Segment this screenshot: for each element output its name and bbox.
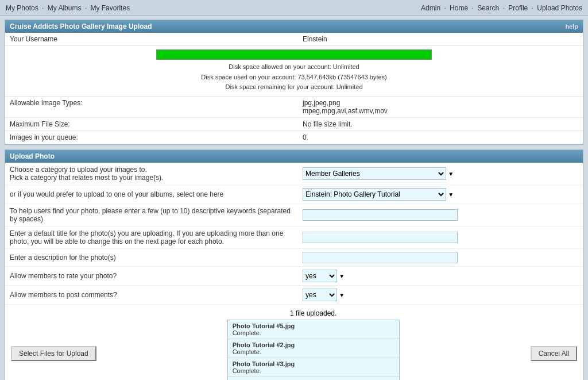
rate-select[interactable]: yes no: [303, 270, 337, 282]
nav-left: My Photos · My Albums · My Favorites: [6, 4, 130, 12]
progress-cell: Disk space allowed on your account: Unli…: [5, 46, 583, 97]
info-panel: Cruise Addicts Photo Gallery Image Uploa…: [5, 20, 583, 145]
progress-bar-outer: [156, 49, 432, 60]
help-link[interactable]: help: [565, 23, 578, 30]
max-file-size-row: Maximum File Size: No file size limit.: [5, 117, 583, 130]
cancel-wrapper: Cancel All: [531, 346, 577, 361]
nav-home[interactable]: Home: [450, 4, 468, 12]
images-queue-value: 0: [298, 130, 583, 144]
allowable-types-value: jpg,jpeg,png mpeg,mpg,avi,asf,wmv,mov: [298, 96, 583, 117]
category-dropdown-icon[interactable]: ▼: [448, 171, 454, 177]
file-item: Photo Tutorial #3.jpgComplete.: [228, 358, 399, 377]
album-cell: Einstein: Photo Gallery Tutorial Album 2…: [298, 185, 583, 204]
info-table: Your Username Einstein Disk space allowe…: [5, 33, 583, 144]
nav-profile[interactable]: Profile: [508, 4, 528, 12]
upload-area: Select Files for Upload 1 file uploaded.…: [5, 305, 583, 380]
file-name: Photo Tutorial #5.jpg: [233, 323, 394, 329]
nav-my-photos[interactable]: My Photos: [6, 4, 38, 12]
file-status: Complete.: [233, 348, 394, 355]
description-cell: [298, 248, 583, 266]
album-dropdown-icon[interactable]: ▼: [448, 191, 454, 198]
file-list-container: Photo Tutorial #5.jpgComplete.Photo Tuto…: [227, 320, 400, 380]
allowable-types-row: Allowable Image Types: jpg,jpeg,png mpeg…: [5, 96, 583, 117]
select-files-button[interactable]: Select Files for Upload: [11, 346, 96, 361]
disk-info-text: Disk space allowed on your account: Unli…: [10, 62, 578, 93]
keywords-row: To help users find your photo, please en…: [5, 204, 583, 226]
keywords-input[interactable]: [303, 209, 458, 221]
info-panel-header: Cruise Addicts Photo Gallery Image Uploa…: [5, 20, 583, 33]
max-file-size-label: Maximum File Size:: [5, 117, 298, 130]
disk-remaining: Disk space remaining for your account: U…: [225, 83, 362, 90]
category-select[interactable]: Member Galleries Featured Galleries: [303, 167, 446, 180]
album-select[interactable]: Einstein: Photo Gallery Tutorial Album 2: [303, 188, 446, 201]
comments-dropdown-icon[interactable]: ▼: [339, 292, 345, 298]
allowable-types-label: Allowable Image Types:: [5, 96, 298, 117]
comments-select[interactable]: yes no: [303, 289, 337, 301]
title-row: Enter a default title for the photo(s) y…: [5, 226, 583, 248]
nav-right: Admin · Home · Search · Profile · Upload…: [421, 4, 582, 12]
file-name: Photo Tutorial #3.jpg: [233, 360, 394, 367]
file-item: Photo Tutorial #5.jpgComplete.: [228, 320, 399, 339]
main-content: Cruise Addicts Photo Gallery Image Uploa…: [0, 16, 588, 380]
file-list: Photo Tutorial #5.jpgComplete.Photo Tuto…: [227, 320, 400, 380]
description-input[interactable]: [303, 252, 458, 263]
comments-label: Allow members to post comments?: [5, 285, 298, 304]
upload-status: 1 file uploaded.: [290, 309, 336, 317]
nav-admin[interactable]: Admin: [421, 4, 440, 12]
disk-used: Disk space used on your account: 73,547,…: [201, 74, 387, 80]
file-item: Photo Tutorial #4.jpgUploading...: [228, 377, 399, 380]
upload-buttons-row: Select Files for Upload 1 file uploaded.…: [11, 309, 577, 380]
username-label: Your Username: [5, 33, 298, 46]
rate-label: Allow members to rate your photo?: [5, 266, 298, 285]
comments-row: Allow members to post comments? yes no ▼: [5, 285, 583, 304]
file-status: Complete.: [233, 367, 394, 374]
images-queue-label: Images in your queue:: [5, 130, 298, 144]
username-value: Einstein: [298, 33, 583, 46]
keywords-cell: [298, 204, 583, 226]
category-label: Choose a category to upload your images …: [5, 163, 298, 185]
username-row: Your Username Einstein: [5, 33, 583, 46]
info-panel-title: Cruise Addicts Photo Gallery Image Uploa…: [10, 22, 152, 30]
album-row: or if you would prefer to upload to one …: [5, 185, 583, 204]
category-cell: Member Galleries Featured Galleries ▼: [298, 163, 583, 185]
top-navigation: My Photos · My Albums · My Favorites Adm…: [0, 0, 588, 16]
description-row: Enter a description for the photo(s): [5, 248, 583, 266]
max-file-size-value: No file size limit.: [298, 117, 583, 130]
status-and-cancel: 1 file uploaded. Photo Tutorial #5.jpgCo…: [96, 309, 531, 380]
rate-cell: yes no ▼: [298, 266, 583, 285]
title-input[interactable]: [303, 232, 458, 243]
title-label: Enter a default title for the photo(s) y…: [5, 226, 298, 248]
keywords-label: To help users find your photo, please en…: [5, 204, 298, 226]
nav-my-albums[interactable]: My Albums: [48, 4, 82, 12]
upload-panel-header: Upload Photo: [5, 150, 583, 163]
cancel-all-button[interactable]: Cancel All: [531, 346, 577, 361]
nav-search[interactable]: Search: [477, 4, 499, 12]
category-row: Choose a category to upload your images …: [5, 163, 583, 185]
progress-bar-inner: [157, 50, 431, 59]
disk-allowed: Disk space allowed on your account: Unli…: [229, 63, 359, 70]
upload-form-table: Choose a category to upload your images …: [5, 163, 583, 305]
rate-dropdown-icon[interactable]: ▼: [339, 273, 345, 279]
file-item: Photo Tutorial #2.jpgComplete.: [228, 339, 399, 358]
upload-panel: Upload Photo Choose a category to upload…: [5, 149, 583, 380]
upload-panel-title: Upload Photo: [10, 152, 55, 160]
rate-row: Allow members to rate your photo? yes no…: [5, 266, 583, 285]
images-queue-row: Images in your queue: 0: [5, 130, 583, 144]
file-status: Complete.: [233, 329, 394, 336]
comments-cell: yes no ▼: [298, 285, 583, 304]
description-label: Enter a description for the photo(s): [5, 248, 298, 266]
file-name: Photo Tutorial #2.jpg: [233, 341, 394, 348]
title-cell: [298, 226, 583, 248]
nav-my-favorites[interactable]: My Favorites: [90, 4, 130, 12]
album-label: or if you would prefer to upload to one …: [5, 185, 298, 204]
nav-upload-photos[interactable]: Upload Photos: [537, 4, 582, 12]
progress-row: Disk space allowed on your account: Unli…: [5, 46, 583, 97]
upload-status-text: 1 file uploaded.: [290, 309, 336, 317]
